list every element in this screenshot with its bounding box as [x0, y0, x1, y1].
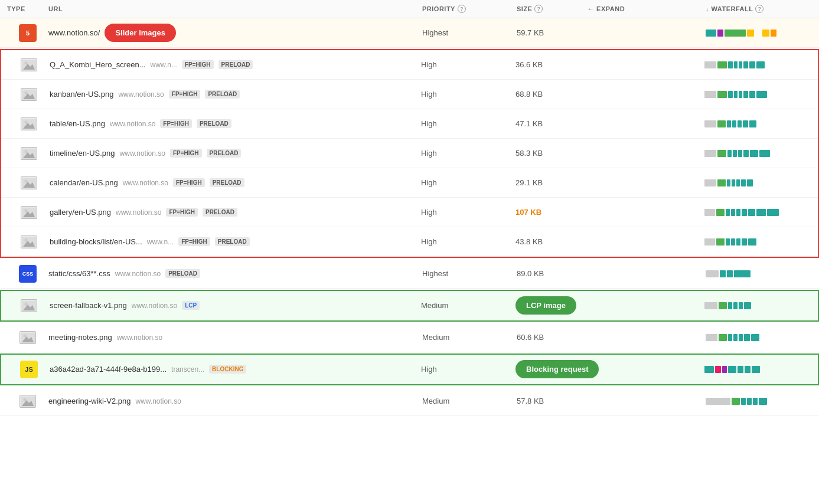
size-help-icon[interactable]: ?: [534, 5, 543, 13]
wf-bar: [727, 120, 731, 127]
wf-bar: [739, 302, 743, 309]
wf-bar: [726, 238, 730, 246]
priority-help-icon[interactable]: ?: [458, 5, 466, 13]
wf-bar: [733, 150, 737, 157]
table-row: CSS static/css/63**.css www.notion.so PR…: [0, 259, 819, 289]
url-text: meeting-notes.png: [48, 333, 112, 342]
table-row: Q_A_Kombi_Hero_screen... www.n... FP=HIG…: [1, 50, 818, 80]
wf-bar: [741, 398, 746, 405]
wf-bar: [732, 179, 735, 186]
wf-bar: [743, 91, 748, 98]
wf-bar: [748, 238, 756, 246]
wf-bar: [734, 61, 738, 68]
wf-bar: [704, 366, 714, 373]
url-domain: www.n...: [151, 61, 177, 69]
size-cell: 47.1 KB: [515, 119, 586, 128]
wf-bar: [728, 61, 733, 68]
size-cell: 89.0 KB: [517, 269, 588, 278]
wf-bar: [745, 366, 751, 373]
wf-bar: [747, 30, 754, 37]
svg-point-23: [25, 302, 28, 305]
col-expand[interactable]: ← EXPAND: [588, 5, 706, 12]
wf-bar: [720, 270, 726, 277]
size-cell: 58.3 KB: [515, 149, 586, 158]
badge-preload: PRELOAD: [207, 149, 242, 158]
size-cell: Blocking request: [515, 360, 586, 378]
js-icon: JS: [20, 361, 38, 378]
waterfall-cell: [704, 297, 811, 315]
wf-bar: [727, 179, 730, 186]
type-icon-js: JS: [8, 361, 50, 378]
table-row: table/en-US.png www.notion.so FP=HIGH PR…: [1, 109, 818, 139]
wf-bar: [719, 334, 727, 341]
waterfall-cell: [704, 115, 811, 133]
wf-bar: [722, 366, 727, 373]
wf-bar: [767, 209, 779, 216]
badge-preload: PRELOAD: [218, 60, 253, 69]
priority-cell: Medium: [422, 333, 517, 342]
badge-preload: PRELOAD: [203, 208, 237, 217]
svg-point-5: [25, 91, 28, 94]
wf-bar: [752, 366, 760, 373]
priority-cell: Medium: [421, 301, 515, 310]
img-icon: [21, 147, 37, 160]
wf-bar: [717, 179, 726, 186]
type-icon-css: CSS: [7, 265, 48, 283]
url-cell: engineering-wiki-V2.png www.notion.so: [48, 397, 422, 405]
wf-bar: [733, 302, 738, 309]
url-domain: www.notion.so: [118, 90, 164, 99]
wf-bar: [749, 120, 756, 127]
waterfall-cell: [706, 392, 812, 410]
type-icon-img: [8, 299, 50, 312]
slider-images-button[interactable]: Slider images: [105, 24, 176, 42]
wf-bar: [756, 61, 765, 68]
waterfall-help-icon[interactable]: ?: [755, 5, 763, 13]
wf-bar: [756, 209, 766, 216]
badge-lcp: LCP: [182, 301, 200, 310]
priority-cell: High: [421, 90, 515, 99]
url-cell: www.notion.so/ Slider images: [48, 24, 422, 42]
wf-bar: [747, 179, 753, 186]
svg-point-8: [25, 120, 28, 123]
blocking-request-button[interactable]: Blocking request: [515, 360, 599, 378]
url-domain: www.n...: [147, 238, 174, 246]
priority-cell: High: [421, 60, 515, 69]
wf-bar: [738, 150, 742, 157]
url-cell: a36a42ad-3a71-444f-9e8a-b199... transcen…: [50, 365, 421, 374]
url-cell: building-blocks/list/en-US... www.n... F…: [50, 237, 421, 246]
wf-bar: [753, 398, 758, 405]
svg-point-26: [24, 334, 27, 337]
wf-bar: [717, 91, 727, 98]
wf-bar: [716, 209, 725, 216]
lcp-image-button[interactable]: LCP image: [515, 296, 576, 315]
wf-bar: [742, 238, 747, 246]
url-cell: table/en-US.png www.notion.so FP=HIGH PR…: [50, 119, 421, 128]
url-text: calendar/en-US.png: [50, 178, 118, 187]
url-cell: Q_A_Kombi_Hero_screen... www.n... FP=HIG…: [50, 60, 421, 69]
table-row: timeline/en-US.png www.notion.so FP=HIGH…: [1, 139, 818, 168]
size-cell: 43.8 KB: [515, 237, 586, 246]
url-domain: www.notion.so: [116, 208, 161, 217]
priority-cell: Medium: [422, 397, 517, 405]
img-icon: [21, 206, 37, 219]
url-domain: www.notion.so: [120, 149, 165, 158]
wf-bar: [750, 150, 758, 157]
wf-bar: [704, 150, 716, 157]
img-icon: [19, 395, 36, 408]
wf-bar: [743, 61, 748, 68]
wf-bar: [704, 238, 715, 246]
wf-bar: [739, 91, 742, 98]
wf-bar: [728, 366, 736, 373]
css-icon: CSS: [19, 265, 37, 283]
wf-bar: [738, 366, 743, 373]
wf-bar: [738, 120, 742, 127]
wf-bar: [727, 150, 732, 157]
size-cell: 59.7 KB: [517, 28, 588, 37]
img-icon: [21, 176, 37, 189]
badge-fp-high: FP=HIGH: [170, 149, 202, 158]
wf-bar: [759, 150, 770, 157]
url-cell: screen-fallback-v1.png www.notion.so LCP: [50, 301, 421, 310]
wf-bar: [719, 302, 727, 309]
waterfall-cell: [704, 86, 811, 103]
size-cell: LCP image: [515, 296, 586, 315]
